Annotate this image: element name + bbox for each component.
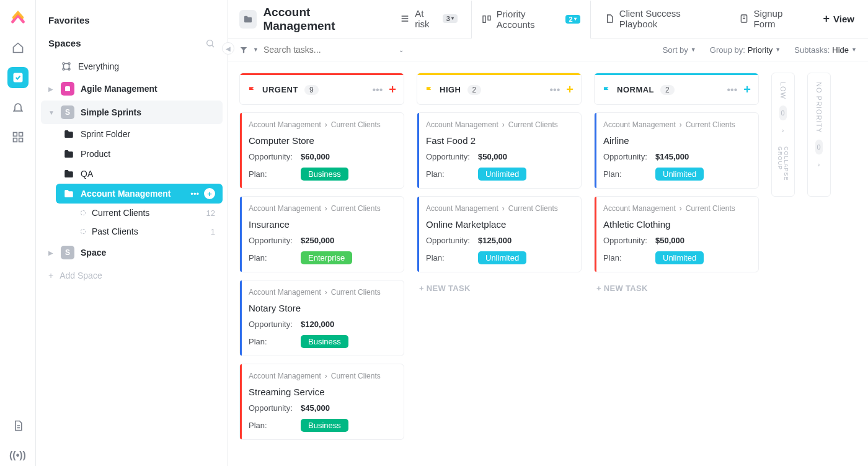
breadcrumb: Account Management›Current Clients [426,204,572,213]
add-card-button[interactable]: + [743,83,751,97]
plan-badge: Unlimited [478,251,526,264]
chevron-right-icon: ▶ [48,86,55,92]
tab-client-success[interactable]: Client Success Playbook [595,0,725,38]
column-title: NORMAL [617,85,654,94]
collapsed-column[interactable]: NO PRIORITY0› [807,73,831,197]
add-list-button[interactable]: + [204,188,215,199]
add-card-button[interactable]: + [389,83,396,97]
task-card[interactable]: Account Management›Current Clients Airli… [594,112,759,189]
svg-point-6 [63,63,64,65]
flag-icon [247,86,256,94]
breadcrumb: Account Management›Current Clients [249,120,395,129]
plan-badge: Business [301,168,348,181]
favorites-heading[interactable]: Favorites [41,11,223,34]
task-card[interactable]: Account Management›Current Clients Fast … [417,112,582,189]
tab-priority-accounts[interactable]: Priority Accounts 2▾ [471,1,591,39]
add-view-button[interactable]: + View [821,9,857,29]
task-card[interactable]: Account Management›Current Clients Strea… [239,364,404,440]
list-dot-icon [81,229,86,234]
collapse-sidebar-handle[interactable]: ◀ [222,42,234,55]
card-title: Fast Food 2 [426,135,572,146]
spaces-heading[interactable]: Spaces [41,34,223,56]
folder-icon [63,148,74,159]
more-icon[interactable]: ••• [373,84,383,96]
sidebar-list[interactable]: Past Clients1 [56,222,223,241]
opportunity-value: $250,000 [301,236,334,245]
sidebar-item-space[interactable]: ▶ S Space [41,241,223,264]
more-icon[interactable]: ••• [727,84,738,96]
tasks-icon[interactable] [7,67,29,88]
plan-badge: Business [301,335,348,348]
column-header: URGENT 9 ••• + [239,73,404,105]
tab-at-risk[interactable]: At risk 3▾ [390,0,467,38]
sort-by-button[interactable]: Sort by▼ [663,45,696,55]
sidebar-item-agile[interactable]: ▶ Agile Management [41,77,223,101]
card-title: Streaming Service [249,387,395,397]
plan-badge: Unlimited [655,168,704,181]
search-icon[interactable] [205,38,215,48]
more-icon[interactable]: ••• [190,189,199,199]
task-card[interactable]: Account Management›Current Clients Insur… [239,196,404,272]
group-by-button[interactable]: Group by: Priority▼ [710,45,781,55]
svg-rect-11 [483,16,485,22]
svg-rect-1 [13,133,17,137]
card-title: Athletic Clothing [603,219,750,230]
sidebar-folder[interactable]: QA [56,164,223,184]
svg-rect-4 [19,138,22,142]
sidebar-item-account-management[interactable]: Account Management ••• + [56,184,223,204]
folder-icon [239,10,257,29]
svg-point-5 [207,40,213,45]
new-task-button[interactable]: + NEW TASK [594,280,759,297]
tab-signup-form[interactable]: Signup Form [729,0,813,38]
docs-icon[interactable] [7,415,29,436]
sidebar-item-simple-sprints[interactable]: ▼ S Simple Sprints [41,101,223,124]
add-card-button[interactable]: + [566,83,574,97]
sidebar-item-everything[interactable]: Everything [41,56,223,77]
main: Account Management At risk 3▾ Priority A… [228,0,868,466]
new-task-button[interactable]: + NEW TASK [417,280,582,297]
sidebar-folder[interactable]: Sprint Folder [56,124,223,144]
svg-point-8 [68,63,70,65]
search-input[interactable] [264,45,369,55]
plan-badge: Unlimited [655,251,704,264]
collapsed-column[interactable]: LOW0›COLLAPSE GROUP [771,73,795,197]
subtasks-button[interactable]: Subtasks: Hide▼ [794,45,857,55]
task-card[interactable]: Account Management›Current Clients Onlin… [417,196,582,272]
opportunity-value: $60,000 [301,152,330,161]
sidebar-folder[interactable]: Product [56,144,223,164]
sidebar-list[interactable]: Current Clients12 [56,204,223,222]
task-card[interactable]: Account Management›Current Clients Compu… [239,112,404,189]
flag-icon [425,86,433,94]
icon-rail: ((•)) [0,0,36,466]
add-space-button[interactable]: + Add Space [41,264,223,287]
live-icon[interactable]: ((•)) [7,445,29,466]
doc-icon [604,14,614,24]
apps-icon[interactable] [7,127,29,148]
toolbar: ◀ ▼ ⌄ Sort by▼ Group by: Priority▼ Subta… [228,38,868,61]
list-icon [400,14,410,24]
task-card[interactable]: Account Management›Current Clients Notar… [239,280,404,356]
more-icon[interactable]: ••• [550,84,560,96]
column-count: 9 [304,85,319,95]
board-icon [482,14,492,24]
svg-rect-3 [13,138,17,142]
chevron-down-icon[interactable]: ⌄ [399,47,404,53]
chevron-right-icon: › [818,161,821,168]
opportunity-value: $50,000 [655,236,684,245]
opportunity-value: $120,000 [301,320,334,329]
chevron-down-icon[interactable]: ▼ [253,47,259,53]
chevron-right-icon: › [782,127,785,134]
column-title: HIGH [440,85,461,94]
card-title: Airline [603,135,750,146]
list-dot-icon [81,210,86,215]
flag-icon [602,86,611,94]
task-card[interactable]: Account Management›Current Clients Athle… [594,196,759,272]
notifications-icon[interactable] [7,97,29,118]
home-icon[interactable] [7,37,29,58]
card-title: Online Marketplace [426,219,572,230]
filter-icon[interactable] [239,45,248,54]
board-column: HIGH 2 ••• + Account Management›Current … [417,73,582,297]
column-header: HIGH 2 ••• + [417,73,582,105]
column-count: 2 [467,85,482,95]
sidebar: Favorites Spaces Everything ▶ Agile Mana… [36,0,228,466]
